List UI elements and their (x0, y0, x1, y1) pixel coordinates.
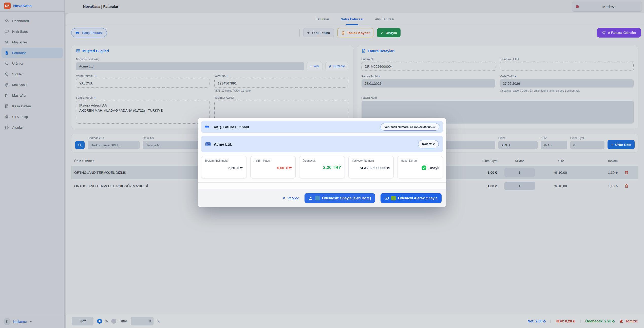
stat-label: İndirim Tutarı (254, 159, 292, 162)
stat-value: 2,20 TRY (303, 165, 341, 170)
stat-payable: Ödenecek 2,20 TRY (299, 156, 345, 178)
blue-square-icon (315, 196, 320, 200)
stat-label: Ödenecek (303, 159, 341, 162)
item-count-pill: Kalem: 2 (418, 140, 439, 148)
invoice-number-pill: Verilecek Numara: SFA202600000019 (381, 123, 439, 131)
approve-with-payment-button[interactable]: Ödemeyi Alarak Onayla (381, 193, 442, 203)
modal-customer-row: Acme Ltd. Kalem: 2 (201, 136, 443, 152)
stat-label: Toplam (İndirimsiz) (205, 159, 243, 162)
modal-title: Satış Faturası Onayı (213, 125, 249, 129)
approve-with-payment-label: Ödemeyi Alarak Onayla (398, 196, 438, 200)
modal-footer: ✕ Vazgeç Ödemesiz Onayla (Cari Borç) Öde… (198, 189, 446, 207)
stat-discount: İndirim Tutarı 0,00 TRY (250, 156, 296, 178)
banknote-icon (385, 196, 389, 200)
cancel-button[interactable]: ✕ Vazgeç (282, 196, 299, 200)
stat-target-status: Hedef Durum ✓ Onaylı (397, 156, 443, 178)
close-icon: ✕ (282, 196, 286, 200)
confirm-modal: Satış Faturası Onayı Verilecek Numara: S… (198, 118, 446, 207)
green-square-icon (391, 196, 396, 200)
modal-customer-name: Acme Ltd. (214, 142, 232, 146)
status-text: Onaylı (428, 166, 439, 170)
stat-label: Verilecek Numara (352, 159, 390, 162)
stat-gross-total: Toplam (İndirimsiz) 2,20 TRY (201, 156, 247, 178)
modal-header: Satış Faturası Onayı Verilecek Numara: S… (201, 121, 443, 133)
modal-divider (198, 182, 446, 183)
modal-stats: Toplam (İndirimsiz) 2,20 TRY İndirim Tut… (201, 156, 443, 178)
cancel-label: Vazgeç (287, 196, 299, 200)
id-card-icon (205, 141, 211, 147)
stat-value: 0,00 TRY (254, 166, 292, 170)
person-icon (309, 196, 313, 200)
stat-label: Hedef Durum (401, 159, 439, 162)
status-badge: ✓ Onaylı (401, 165, 439, 170)
approve-without-payment-button[interactable]: Ödemesiz Onayla (Cari Borç) (305, 193, 375, 203)
stat-number: Verilecek Numara SFA202600000019 (348, 156, 394, 178)
stat-value: 2,20 TRY (205, 166, 243, 170)
truck-icon (205, 124, 210, 129)
approve-without-payment-label: Ödemesiz Onayla (Cari Borç) (322, 196, 371, 200)
stat-value: SFA202600000019 (352, 166, 390, 170)
check-circle-icon: ✓ (422, 165, 426, 170)
